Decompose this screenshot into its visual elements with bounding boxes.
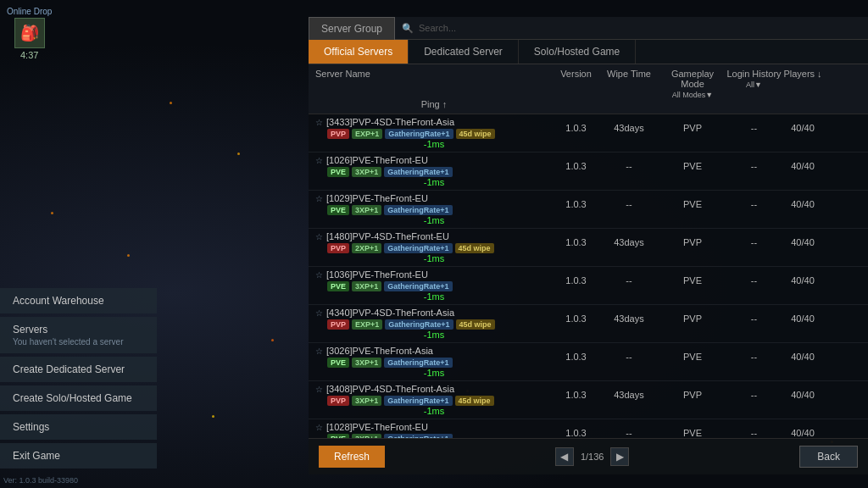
server-mode: PVE bbox=[659, 199, 726, 209]
server-login: -- bbox=[726, 237, 782, 247]
server-tag: GatheringRate+1 bbox=[385, 129, 453, 139]
table-row[interactable]: ☆ [1028]PVE-TheFront-EU PVE3XP+1Gatherin… bbox=[309, 419, 868, 438]
search-input[interactable] bbox=[419, 23, 861, 33]
server-name-cell: ☆ [1028]PVE-TheFront-EU PVE3XP+1Gatherin… bbox=[315, 422, 553, 438]
table-row[interactable]: ☆ [3026]PVE-TheFront-Asia PVE3XP+1Gather… bbox=[309, 343, 868, 381]
col-players[interactable]: Players ↓ bbox=[782, 69, 824, 99]
table-row[interactable]: ☆ [4340]PVP-4SD-TheFront-Asia PVPEXP+1Ga… bbox=[309, 305, 868, 343]
sidebar-item-servers[interactable]: Servers You haven't selected a server bbox=[0, 317, 157, 353]
server-ping: -1ms bbox=[315, 139, 553, 149]
server-ping: -1ms bbox=[315, 330, 553, 340]
server-tag: PVE bbox=[327, 205, 349, 215]
server-title: [3408]PVP-4SD-TheFront-Asia bbox=[326, 384, 454, 394]
server-login: -- bbox=[726, 275, 782, 286]
server-tag: GatheringRate+1 bbox=[384, 281, 452, 291]
server-title: [1026]PVE-TheFront-EU bbox=[326, 155, 428, 165]
tab-official-servers[interactable]: Official Servers bbox=[309, 40, 409, 64]
server-wipe: 43days bbox=[599, 390, 659, 400]
refresh-button[interactable]: Refresh bbox=[319, 446, 385, 468]
sidebar: Account Warehouse Servers You haven't se… bbox=[0, 288, 157, 469]
table-row[interactable]: ☆ [1026]PVE-TheFront-EU PVE3XP+1Gatherin… bbox=[309, 152, 868, 191]
server-tag: GatheringRate+1 bbox=[384, 205, 452, 215]
star-icon[interactable]: ☆ bbox=[315, 423, 323, 432]
sub-tabs: Official Servers Dedicated Server Solo/H… bbox=[309, 40, 868, 64]
table-row[interactable]: ☆ [1036]PVE-TheFront-EU PVE3XP+1Gatherin… bbox=[309, 267, 868, 305]
table-row[interactable]: ☆ [3433]PVP-4SD-TheFront-Asia PVPEXP+1Ga… bbox=[309, 114, 868, 152]
server-login: -- bbox=[726, 199, 782, 209]
server-players: 40/40 bbox=[782, 313, 824, 324]
server-tag: EXP+1 bbox=[352, 319, 382, 330]
server-version: 1.0.3 bbox=[553, 390, 599, 400]
sidebar-servers-sub: You haven't selected a server bbox=[13, 337, 147, 347]
sidebar-item-settings[interactable]: Settings bbox=[0, 414, 157, 440]
server-tag: PVP bbox=[327, 129, 349, 139]
spark bbox=[271, 339, 274, 341]
server-version: 1.0.3 bbox=[553, 313, 599, 324]
back-button[interactable]: Back bbox=[799, 446, 858, 468]
star-icon[interactable]: ☆ bbox=[315, 232, 323, 241]
server-tag: 45d wipe bbox=[456, 319, 495, 330]
main-panel: Server Group 🔍 Official Servers Dedicate… bbox=[309, 17, 868, 474]
server-tag: EXP+1 bbox=[352, 129, 382, 139]
col-ping[interactable]: Ping ↑ bbox=[315, 99, 553, 109]
sidebar-item-exit-game[interactable]: Exit Game bbox=[0, 443, 157, 469]
server-name-cell: ☆ [1480]PVP-4SD-TheFront-EU PVP2XP+1Gath… bbox=[315, 231, 553, 253]
server-ping: -1ms bbox=[315, 177, 553, 187]
sidebar-item-create-dedicated[interactable]: Create Dedicated Server bbox=[0, 357, 157, 382]
server-ping: -1ms bbox=[315, 406, 553, 416]
table-row[interactable]: ☆ [3408]PVP-4SD-TheFront-Asia PVP3XP+1Ga… bbox=[309, 381, 868, 419]
spark bbox=[237, 152, 240, 155]
tab-dedicated-server[interactable]: Dedicated Server bbox=[409, 40, 519, 64]
sidebar-item-account-warehouse[interactable]: Account Warehouse bbox=[0, 288, 157, 313]
server-wipe: -- bbox=[599, 199, 659, 209]
branding-area: Online Drop 🎒 4:37 bbox=[7, 7, 52, 60]
col-wipe-time: Wipe Time bbox=[599, 69, 659, 99]
star-icon[interactable]: ☆ bbox=[315, 118, 323, 127]
server-tag: 3XP+1 bbox=[352, 396, 381, 406]
server-tag: 3XP+1 bbox=[352, 167, 381, 177]
star-icon[interactable]: ☆ bbox=[315, 270, 323, 280]
server-title: [4340]PVP-4SD-TheFront-Asia bbox=[326, 308, 454, 318]
table-row[interactable]: ☆ [1480]PVP-4SD-TheFront-EU PVP2XP+1Gath… bbox=[309, 229, 868, 267]
tab-solo-game[interactable]: Solo/Hosted Game bbox=[519, 40, 636, 64]
server-tag: 45d wipe bbox=[455, 243, 494, 253]
server-version: 1.0.3 bbox=[553, 161, 599, 171]
server-version: 1.0.3 bbox=[553, 428, 599, 438]
pagination: ◀ 1/136 ▶ bbox=[555, 447, 630, 466]
server-tag: 45d wipe bbox=[456, 129, 495, 139]
server-players: 40/40 bbox=[782, 237, 824, 247]
star-icon[interactable]: ☆ bbox=[315, 347, 323, 356]
server-tag: PVP bbox=[327, 319, 349, 330]
table-row[interactable]: ☆ [1029]PVE-TheFront-EU PVE3XP+1Gatherin… bbox=[309, 191, 868, 229]
server-players: 40/40 bbox=[782, 161, 824, 171]
server-mode: PVE bbox=[659, 275, 726, 286]
server-tag: GatheringRate+1 bbox=[384, 358, 452, 368]
col-login-history[interactable]: Login HistoryAll▼ bbox=[726, 69, 782, 99]
server-wipe: -- bbox=[599, 275, 659, 286]
spark bbox=[212, 415, 214, 418]
server-version: 1.0.3 bbox=[553, 352, 599, 362]
server-version: 1.0.3 bbox=[553, 237, 599, 247]
server-tag: 45d wipe bbox=[455, 396, 494, 406]
server-ping: -1ms bbox=[315, 368, 553, 378]
col-server-name: Server Name bbox=[315, 69, 553, 99]
col-gameplay-mode[interactable]: Gameplay ModeAll Modes▼ bbox=[659, 69, 726, 99]
server-wipe: 43days bbox=[599, 313, 659, 324]
star-icon[interactable]: ☆ bbox=[315, 156, 323, 165]
sidebar-item-create-solo[interactable]: Create Solo/Hosted Game bbox=[0, 385, 157, 411]
star-icon[interactable]: ☆ bbox=[315, 194, 323, 203]
next-page-button[interactable]: ▶ bbox=[610, 447, 629, 466]
server-wipe: -- bbox=[599, 161, 659, 171]
bottom-bar: Refresh ◀ 1/136 ▶ Back bbox=[309, 438, 868, 474]
col-version: Version bbox=[553, 69, 599, 99]
server-mode: PVP bbox=[659, 313, 726, 324]
server-title: [1480]PVP-4SD-TheFront-EU bbox=[326, 231, 449, 241]
server-title: [1029]PVE-TheFront-EU bbox=[326, 193, 428, 203]
tab-header-row: Server Group 🔍 bbox=[309, 17, 868, 40]
server-name-cell: ☆ [3026]PVE-TheFront-Asia PVE3XP+1Gather… bbox=[315, 346, 553, 368]
spark bbox=[127, 254, 130, 257]
spark bbox=[170, 102, 172, 104]
star-icon[interactable]: ☆ bbox=[315, 308, 323, 318]
prev-page-button[interactable]: ◀ bbox=[555, 447, 574, 466]
star-icon[interactable]: ☆ bbox=[315, 385, 323, 394]
